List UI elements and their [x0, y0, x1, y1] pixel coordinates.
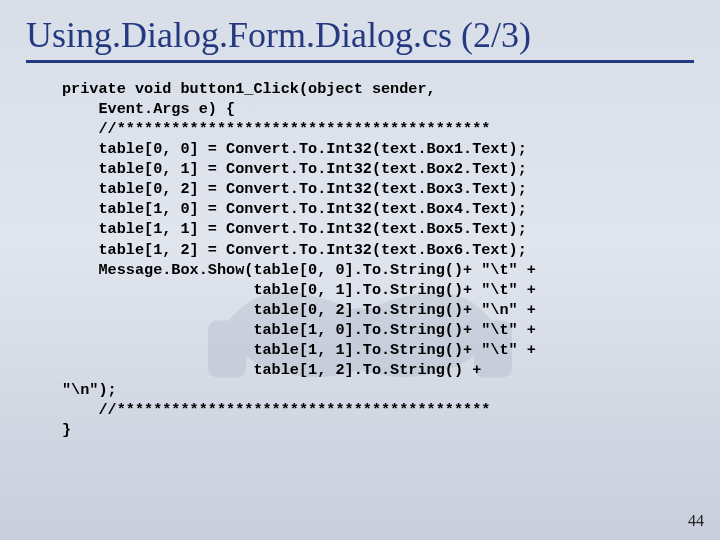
page-number: 44 [688, 512, 704, 530]
slide-title: Using.Dialog.Form.Dialog.cs (2/3) [0, 0, 720, 56]
code-block: private void button1_Click(object sender… [0, 63, 720, 440]
